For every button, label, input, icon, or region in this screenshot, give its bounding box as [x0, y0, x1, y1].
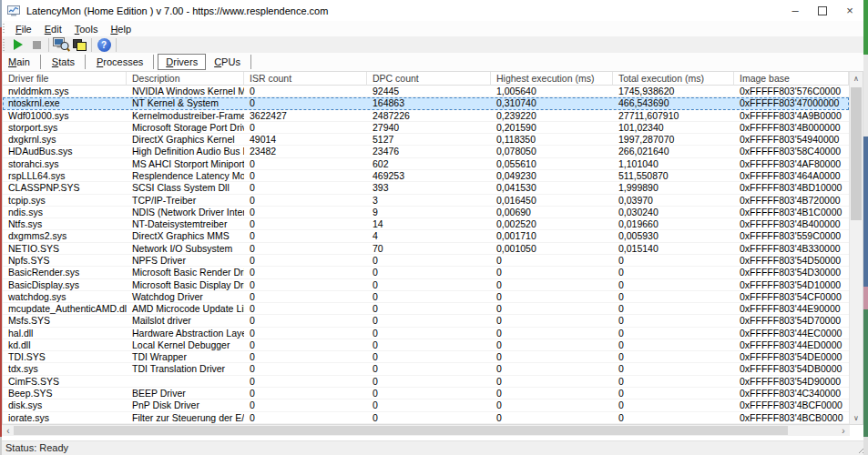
- vertical-scrollbar[interactable]: ∧ ∨: [849, 72, 863, 424]
- table-row[interactable]: tdx.sysTDI Translation Driver00000xFFFFF…: [3, 363, 849, 375]
- cell-description: SCSI Class System Dll: [127, 182, 244, 193]
- table-row[interactable]: Msfs.SYSMailslot driver00000xFFFFF803'54…: [3, 315, 849, 327]
- menubar-gripper-icon: [3, 24, 5, 34]
- cell-isr-count: 0: [244, 279, 367, 290]
- tab-drivers[interactable]: Drivers: [158, 54, 206, 70]
- tab-processes[interactable]: Processes: [89, 55, 150, 69]
- tab-separator: [85, 55, 86, 69]
- table-row[interactable]: rspLLL64.sysResplendence Latency Monit..…: [3, 170, 849, 182]
- minimize-button[interactable]: –: [781, 0, 809, 21]
- cell-description: MS AHCI Storport Miniport Dri...: [127, 158, 244, 169]
- table-row[interactable]: dxgkrnl.sysDirectX Graphics Kernel490145…: [3, 134, 849, 146]
- cell-description: AMD Microcode Update Library: [127, 303, 244, 314]
- table-row[interactable]: watchdog.sysWatchdog Driver00000xFFFFF80…: [3, 291, 849, 303]
- tab-stats[interactable]: Stats: [45, 55, 82, 69]
- table-row[interactable]: CimFS.SYS00000xFFFFF803'54D90000: [3, 376, 849, 388]
- table-row[interactable]: BasicRender.sysMicrosoft Basic Render Dr…: [3, 267, 849, 278]
- cell-dpc-count: 0: [367, 388, 491, 399]
- cell-highest-execution: 0,001710: [491, 230, 613, 241]
- copy-report-button[interactable]: [70, 37, 88, 52]
- cell-total-execution: 0: [613, 388, 734, 399]
- vertical-scroll-thumb[interactable]: [851, 87, 862, 220]
- menu-item-help[interactable]: Help: [104, 24, 138, 35]
- table-row[interactable]: storport.sysMicrosoft Storage Port Drive…: [3, 122, 849, 134]
- tab-cpus[interactable]: CPUs: [207, 55, 248, 69]
- cell-highest-execution: 0: [491, 363, 613, 374]
- close-button[interactable]: ×: [836, 0, 863, 21]
- cell-description: Mailslot driver: [127, 315, 244, 326]
- cell-highest-execution: 0,002520: [491, 218, 613, 229]
- cell-isr-count: 0: [244, 97, 367, 108]
- table-row[interactable]: NETIO.SYSNetwork I/O Subsystem0700,00105…: [3, 243, 849, 255]
- table-row[interactable]: iorate.sysFilter zur Steuerung der E/A-.…: [3, 412, 849, 424]
- tab-separator: [40, 55, 41, 69]
- cell-isr-count: 0: [244, 195, 367, 206]
- cell-total-execution: 0,03970: [613, 195, 734, 206]
- scroll-up-icon[interactable]: ∧: [850, 72, 863, 85]
- cell-dpc-count: 0: [367, 376, 491, 387]
- table-row[interactable]: hal.dllHardware Abstraction Layer DLL000…: [3, 328, 849, 339]
- table-row[interactable]: ndis.sysNDIS (Network Driver Interface..…: [3, 207, 849, 218]
- cell-driver-file: Wdf01000.sys: [3, 110, 127, 121]
- table-row[interactable]: HDAudBus.sysHigh Definition Audio Bus Dr…: [3, 146, 849, 157]
- menu-item-file[interactable]: File: [9, 24, 38, 35]
- column-header-driver-file[interactable]: Driver file: [3, 72, 127, 86]
- table-row[interactable]: Ntfs.sysNT-Dateisystemtreiber0140,002520…: [3, 218, 849, 230]
- menu-item-tools[interactable]: Tools: [68, 24, 105, 35]
- cell-total-execution: 0: [613, 399, 734, 410]
- cell-driver-file: nvlddmkm.sys: [3, 86, 127, 96]
- cell-driver-file: mcupdate_AuthenticAMD.dll: [3, 303, 127, 314]
- cell-isr-count: 0: [244, 267, 367, 278]
- table-row[interactable]: kd.dllLocal Kernel Debugger00000xFFFFF80…: [3, 339, 849, 351]
- cell-highest-execution: 0,001050: [491, 243, 613, 254]
- tab-main[interactable]: Main: [1, 55, 37, 69]
- cell-highest-execution: 0: [491, 339, 613, 350]
- cell-dpc-count: 164863: [367, 97, 491, 108]
- horizontal-scrollbar[interactable]: ‹ ›: [2, 425, 850, 436]
- cell-description: High Definition Audio Bus Driver: [127, 146, 244, 157]
- cell-image-base: 0xFFFFF803'54D30000: [734, 267, 849, 278]
- table-row[interactable]: CLASSPNP.SYSSCSI Class System Dll03930,0…: [3, 182, 849, 194]
- scroll-down-icon[interactable]: ∨: [850, 411, 863, 424]
- scroll-right-icon[interactable]: ›: [837, 425, 850, 436]
- cell-image-base: 0xFFFFF803'47000000: [734, 97, 849, 108]
- table-row[interactable]: mcupdate_AuthenticAMD.dllAMD Microcode U…: [3, 303, 849, 315]
- cell-highest-execution: 0,055610: [491, 158, 613, 169]
- table-row[interactable]: ntoskrnl.exeNT Kernel & System01648630,3…: [3, 97, 849, 109]
- table-row[interactable]: Npfs.SYSNPFS Driver00000xFFFFF803'54D500…: [3, 255, 849, 267]
- help-button[interactable]: ?: [95, 37, 113, 52]
- column-header-description[interactable]: Description: [127, 72, 244, 86]
- column-header-image-base[interactable]: Image base: [734, 72, 849, 86]
- column-header-dpc-count[interactable]: DPC count: [367, 72, 491, 86]
- cell-image-base: 0xFFFFF803'58C40000: [734, 146, 849, 157]
- table-row[interactable]: dxgmms2.sysDirectX Graphics MMS040,00171…: [3, 230, 849, 242]
- cell-isr-count: 0: [244, 376, 367, 387]
- table-row[interactable]: disk.sysPnP Disk Driver00000xFFFFF803'4B…: [3, 399, 849, 411]
- analyze-button[interactable]: [52, 37, 70, 52]
- cell-image-base: 0xFFFFF803'54DB0000: [734, 363, 849, 374]
- table-row[interactable]: tcpip.sysTCP/IP-Treiber030,0164500,03970…: [3, 195, 849, 207]
- cell-total-execution: 0,019660: [613, 218, 734, 229]
- scroll-left-icon[interactable]: ‹: [2, 425, 15, 436]
- column-header-total-execution[interactable]: Total execution (ms): [613, 72, 734, 86]
- cell-dpc-count: 5127: [367, 134, 491, 145]
- column-header-highest-execution[interactable]: Highest execution (ms): [491, 72, 613, 86]
- table-row[interactable]: BasicDisplay.sysMicrosoft Basic Display …: [3, 279, 849, 291]
- column-header-isr-count[interactable]: ISR count: [244, 72, 367, 86]
- menu-item-edit[interactable]: Edit: [38, 24, 68, 35]
- toolbar-gripper-icon: [3, 39, 5, 51]
- start-monitor-button[interactable]: [9, 37, 27, 52]
- table-row[interactable]: Wdf01000.sysKernelmodustreiber-Framewor.…: [3, 110, 849, 122]
- table-row[interactable]: storahci.sysMS AHCI Storport Miniport Dr…: [3, 158, 849, 170]
- cell-total-execution: 0: [613, 328, 734, 339]
- stop-monitor-button[interactable]: [27, 37, 46, 52]
- table-row[interactable]: nvlddmkm.sysNVIDIA Windows Kernel Mod...…: [3, 86, 849, 97]
- toolbar-separator: [116, 38, 117, 52]
- cell-description: Kernelmodustreiber-Framewor...: [127, 110, 244, 121]
- status-bar: Status: Ready: [0, 440, 868, 455]
- table-row[interactable]: TDI.SYSTDI Wrapper00000xFFFFF803'54DE000…: [3, 351, 849, 363]
- cell-image-base: 0xFFFFF803'54940000: [734, 134, 849, 145]
- maximize-button[interactable]: [809, 0, 836, 21]
- horizontal-scroll-thumb[interactable]: [14, 426, 788, 435]
- table-row[interactable]: Beep.SYSBEEP Driver00000xFFFFF803'4C3400…: [3, 388, 849, 399]
